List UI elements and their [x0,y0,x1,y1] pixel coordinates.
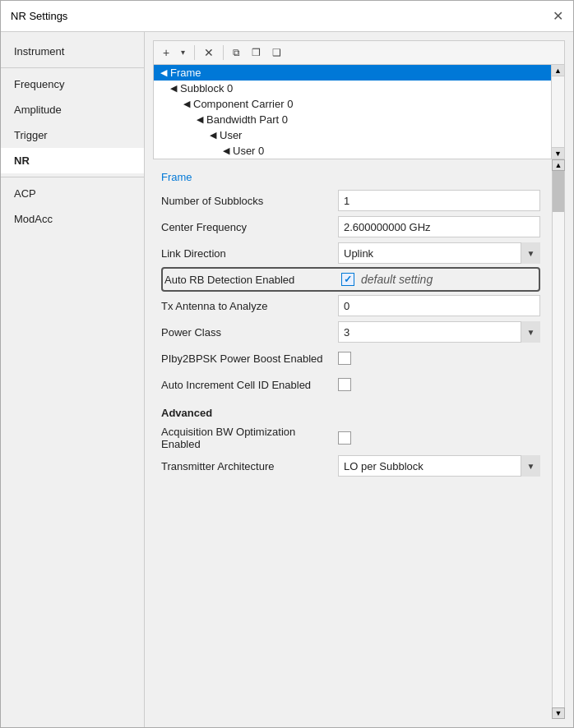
label-tx-antenna: Tx Antenna to Analyze [161,298,338,314]
control-link-direction: Uplink Downlink ▼ [338,242,540,264]
tree-item-subblock0[interactable]: ◀ Subblock 0 [154,81,551,96]
tree-arrow-subblock: ◀ [170,83,177,94]
tree-copy2-button[interactable]: ❒ [248,45,265,60]
sidebar-item-acp[interactable]: ACP [1,181,144,206]
toolbar-separator-2 [223,45,224,60]
nr-settings-window: NR Settings ✕ Instrument Frequency Ampli… [0,0,574,728]
form-scrollbar: ▲ ▼ [552,159,565,719]
content-area: Instrument Frequency Amplitude Trigger N… [1,32,573,727]
input-center-freq[interactable] [338,216,540,237]
control-num-subblocks [338,190,540,211]
tree-scroll-track [552,76,564,147]
tree-item-frame[interactable]: ◀ Frame [154,65,551,81]
tree-toolbar: + ▾ ✕ ⧉ ❒ ❑ [154,41,564,65]
form-row-tx-antenna: Tx Antenna to Analyze [161,293,540,318]
tree-item-user[interactable]: ◀ User [154,127,551,143]
form-scroll-down[interactable]: ▼ [552,707,565,719]
close-button[interactable]: ✕ [553,10,563,23]
control-piby2bpsk [338,352,540,365]
control-acq-bw [338,431,540,445]
tree-item-cc0[interactable]: ◀ Component Carrier 0 [154,96,551,112]
sidebar-item-modacc[interactable]: ModAcc [1,206,144,232]
tree-item-user0[interactable]: ◀ User 0 [154,143,551,159]
title-bar: NR Settings ✕ [1,1,573,32]
label-piby2bpsk: PIby2BPSK Power Boost Enabled [161,351,338,366]
label-tx-arch: Transmitter Architecture [161,458,338,474]
select-wrapper-link-direction: Uplink Downlink ▼ [338,242,540,264]
label-num-subblocks: Number of Subblocks [161,193,338,209]
control-tx-arch: LO per Subblock LO per CC ▼ [338,455,540,477]
select-wrapper-tx-arch: LO per Subblock LO per CC ▼ [338,455,540,477]
form-section-header: Frame [161,164,540,188]
tree-scroll-down[interactable]: ▼ [552,147,564,159]
tree-add-button[interactable]: + [159,44,174,61]
form-row-auto-rb: Auto RB Detection Enabled default settin… [161,267,540,292]
control-center-freq [338,216,540,237]
form-row-power-class: Power Class 1 2 3 4 ▼ [161,320,540,344]
form-row-piby2bpsk: PIby2BPSK Power Boost Enabled [161,346,540,371]
control-tx-antenna [338,295,540,316]
form-scroll-thumb [553,171,564,212]
tree-section: + ▾ ✕ ⧉ ❒ ❑ ◀ Frame [153,40,565,159]
control-auto-rb: default setting [341,273,537,286]
tree-copy3-button[interactable]: ❑ [268,45,285,60]
main-panel: + ▾ ✕ ⧉ ❒ ❑ ◀ Frame [145,32,573,727]
sidebar-item-amplitude[interactable]: Amplitude [1,97,144,122]
form-row-link-direction: Link Direction Uplink Downlink ▼ [161,241,540,265]
input-tx-antenna[interactable] [338,295,540,316]
select-link-direction[interactable]: Uplink Downlink [338,242,540,264]
sidebar-item-nr[interactable]: NR [1,148,144,173]
input-num-subblocks[interactable] [338,190,540,211]
form-section: Frame Number of Subblocks Center Frequen… [161,164,544,719]
sidebar: Instrument Frequency Amplitude Trigger N… [1,32,145,727]
sidebar-item-frequency[interactable]: Frequency [1,71,144,97]
checkbox-auto-increment[interactable] [338,378,351,391]
label-auto-rb: Auto RB Detection Enabled [164,272,341,288]
form-row-center-freq: Center Frequency [161,214,540,239]
select-tx-arch[interactable]: LO per Subblock LO per CC [338,455,540,477]
tree-body: ◀ Frame ◀ Subblock 0 ◀ Component Carrier… [154,65,551,159]
form-scroll-up[interactable]: ▲ [552,159,565,171]
tree-arrow-bwp0: ◀ [197,114,203,125]
form-row-acq-bw: Acquisition BW Optimization Enabled [161,424,540,452]
tree-scroll-up[interactable]: ▲ [552,65,564,76]
label-auto-increment: Auto Increment Cell ID Enabled [161,377,338,393]
select-power-class[interactable]: 1 2 3 4 [338,321,540,343]
label-center-freq: Center Frequency [161,219,338,235]
form-scroll-track [552,171,565,707]
sidebar-item-instrument[interactable]: Instrument [1,39,144,64]
toolbar-separator-1 [194,45,195,60]
form-row-num-subblocks: Number of Subblocks [161,188,540,213]
select-wrapper-power-class: 1 2 3 4 ▼ [338,321,540,343]
advanced-section-header: Advanced [161,399,540,424]
form-row-tx-arch: Transmitter Architecture LO per Subblock… [161,454,540,478]
tree-item-bwp0[interactable]: ◀ Bandwidth Part 0 [154,112,551,127]
control-power-class: 1 2 3 4 ▼ [338,321,540,343]
tree-delete-button[interactable]: ✕ [200,44,218,61]
tree-dropdown-button[interactable]: ▾ [177,46,189,59]
label-power-class: Power Class [161,325,338,340]
tree-scrollbar: ▲ ▼ [551,65,564,159]
default-hint-auto-rb: default setting [361,273,433,286]
checkbox-acq-bw[interactable] [338,431,351,445]
form-row-auto-increment: Auto Increment Cell ID Enabled [161,372,540,397]
label-acq-bw: Acquisition BW Optimization Enabled [161,424,338,452]
window-title: NR Settings [11,10,67,22]
sidebar-item-trigger[interactable]: Trigger [1,122,144,148]
tree-arrow-user0: ◀ [223,145,229,156]
tree-arrow-user: ◀ [210,130,216,141]
tree-arrow-frame: ◀ [160,67,167,78]
tree-arrow-cc0: ◀ [183,99,190,109]
control-auto-increment [338,378,540,391]
tree-copy1-button[interactable]: ⧉ [229,45,244,60]
label-link-direction: Link Direction [161,246,338,261]
checkbox-auto-rb[interactable] [341,273,354,286]
checkbox-piby2bpsk[interactable] [338,352,351,365]
